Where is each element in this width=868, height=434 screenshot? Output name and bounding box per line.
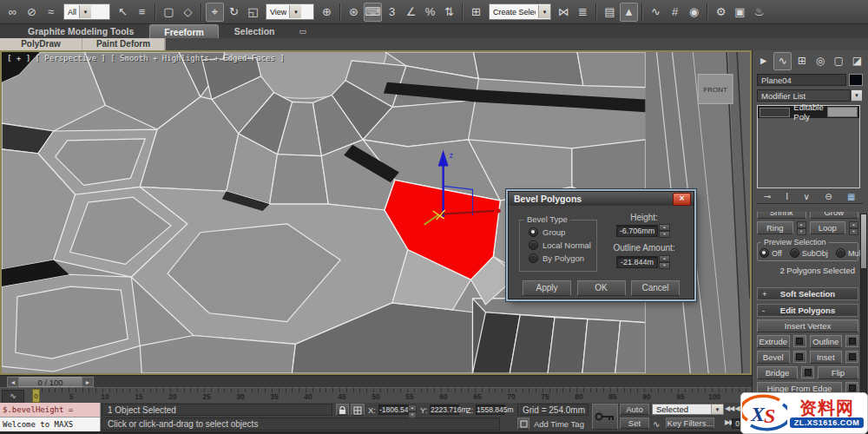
pivot-center-icon[interactable]: ⊕ [318,3,336,22]
set-keys-key-icon[interactable] [592,404,618,430]
bevel-button[interactable]: Bevel [757,351,790,364]
mirror-icon[interactable]: ⋈ [555,3,573,22]
ring-spinner[interactable]: ▲▼ [797,221,806,235]
inset-button[interactable]: Inset [810,351,843,364]
height-input[interactable]: -6.706mm [616,225,658,237]
outline-field[interactable]: -21.844m ▲▼ [616,255,670,269]
percent-snap-icon[interactable]: % [421,3,439,22]
show-end-result-icon[interactable]: Ⅰ [786,192,788,201]
bridge-button[interactable]: Bridge [757,366,798,379]
chevron-down-icon[interactable]: ▼ [79,5,91,18]
stack-bulb-icon[interactable] [760,108,790,117]
prev-frame-icon[interactable]: ◄ [7,377,19,387]
dialog-titlebar[interactable]: Bevel Polygons × [509,192,694,206]
manipulate-icon[interactable]: ⊛ [345,3,363,22]
auto-key-button[interactable]: Auto Key [620,404,649,415]
shrink-button[interactable]: Shrink [757,212,806,219]
radio-icon[interactable] [760,248,769,258]
absolute-mode-icon[interactable] [351,404,365,416]
modifier-list-dropdown[interactable]: Modifier List [757,89,851,102]
next-frame-icon[interactable]: ► [82,377,94,387]
motion-tab-icon[interactable]: ◎ [812,53,829,69]
maxscript-mini-listener[interactable]: $.bevelHeight = Welcome to MAXS [0,403,101,431]
radio-group[interactable]: Group [529,227,565,237]
x-coordinate-field[interactable]: -1806.543 [378,404,408,415]
modify-tab-icon[interactable]: ∿ [773,52,792,70]
close-icon[interactable]: × [673,193,691,206]
angle-snap-icon[interactable]: ∠ [402,3,420,22]
x-spinner[interactable]: ▲▼ [408,404,417,418]
key-mode-dropdown[interactable]: Selected▼ [652,404,724,415]
snap-3d-icon[interactable]: 3 [383,3,401,22]
tab-freeform[interactable]: Freeform [149,24,219,38]
outline-settings-icon[interactable] [845,335,858,347]
bevel-settings-icon[interactable] [793,351,806,363]
object-color-swatch[interactable] [849,74,863,86]
loop-spinner[interactable]: ▲▼ [849,221,858,235]
stack-item-button[interactable] [827,107,858,117]
named-selection-set-dropdown[interactable]: Create Selection Se▼ [489,3,551,20]
polydraw-button[interactable]: PolyDraw [0,38,82,50]
y-coordinate-field[interactable]: 2223.716m [430,404,459,415]
radio-icon[interactable] [836,248,845,258]
remove-modifier-icon[interactable]: ⊖ [825,192,832,201]
cancel-button[interactable]: Cancel [631,280,680,296]
stack-item-editable-poly[interactable]: Editable Poly [758,106,859,118]
rotate-icon[interactable]: ↻ [225,3,243,22]
create-tab-icon[interactable]: ► [755,53,772,69]
time-slider[interactable]: ◄ 0 / 100 ► [0,375,752,387]
render-setup-icon[interactable]: ⚙ [712,3,730,22]
make-unique-icon[interactable]: ∨ [804,192,810,201]
keyboard-override-icon[interactable]: ⌨ [364,3,382,22]
ribbon-overflow-icon[interactable]: ▭ [291,24,316,38]
object-name-field[interactable]: Plane04 [757,74,846,86]
key-filters-button[interactable]: Key Filters... [666,418,714,429]
selection-lock-icon[interactable] [336,404,349,416]
panel-scrollbar[interactable] [860,214,867,394]
align-icon[interactable]: ≣ [574,3,592,22]
rendered-frame-icon[interactable]: ▣ [731,3,749,22]
extrude-button[interactable]: Extrude [757,335,790,348]
rollout-edit-polygons[interactable]: -Edit Polygons [757,304,858,317]
ring-button[interactable]: Ring [757,221,793,234]
radio-icon[interactable] [790,248,799,258]
outline-input[interactable]: -21.844m [616,256,658,268]
ok-button[interactable]: OK [577,280,626,296]
material-editor-icon[interactable]: ◉ [685,3,703,22]
hierarchy-tab-icon[interactable]: ⊞ [793,53,810,69]
scale-icon[interactable]: ◱ [244,3,262,22]
outline-button[interactable]: Outline [810,335,843,348]
named-selection-icon[interactable]: ⊞ [467,3,485,22]
radio-local-normal[interactable]: Local Normal [529,240,591,250]
render-icon[interactable]: ♨ [750,3,768,22]
unlink-icon[interactable]: ⊘ [23,3,41,22]
apply-button[interactable]: Apply [523,280,571,296]
grow-button[interactable]: Grow [810,212,859,219]
radio-icon[interactable] [529,253,538,263]
move-icon[interactable]: ⌖ [206,3,224,22]
tab-selection[interactable]: Selection [220,24,289,38]
radio-by-polygon[interactable]: By Polygon [529,253,584,263]
mini-curve-editor-icon[interactable]: ∿ [2,390,24,404]
modifier-stack[interactable]: Editable Poly [757,105,860,188]
select-object-icon[interactable]: ↖ [114,3,132,22]
layer-manager-icon[interactable]: ▤ [601,3,619,22]
configure-sets-icon[interactable]: ▦ [847,192,855,201]
extrude-settings-icon[interactable] [793,335,806,347]
insert-vertex-button[interactable]: Insert Vertex [757,319,858,332]
track-bar[interactable]: ∿ 0 5 10 15 20 25 30 35 40 45 50 55 60 6… [0,387,752,403]
outline-spinner[interactable]: ▲▼ [659,255,670,269]
height-field[interactable]: -6.706mm ▲▼ [616,224,670,238]
curve-icon[interactable]: ∿ [653,419,660,429]
flip-button[interactable]: Flip [818,366,858,379]
schematic-view-icon[interactable]: # [666,3,684,22]
bridge-settings-icon[interactable] [801,366,814,378]
chevron-down-icon[interactable]: ▼ [851,89,863,102]
height-spinner[interactable]: ▲▼ [659,224,670,238]
rect-region-icon[interactable]: ▢ [160,3,178,22]
current-frame-marker[interactable]: 0 [32,389,40,403]
chevron-down-icon[interactable]: ▼ [289,5,301,18]
add-time-tag[interactable]: Add Time Tag [534,419,584,429]
paint-deform-button[interactable]: Paint Deform [82,38,165,50]
z-coordinate-field[interactable]: 1558.845m [476,404,505,415]
